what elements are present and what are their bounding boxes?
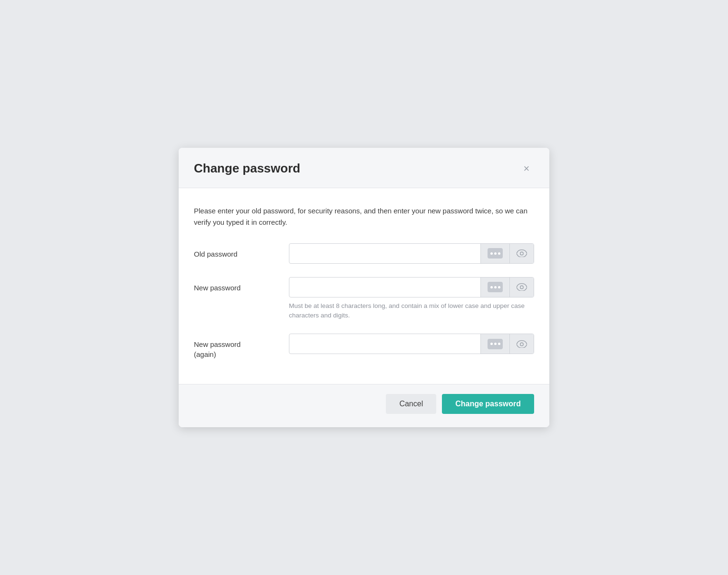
new-password-again-label: New password(again) xyxy=(194,334,289,359)
dialog-header: Change password × xyxy=(179,148,549,188)
new-password-field-wrapper: Must be at least 8 characters long, and … xyxy=(289,277,534,321)
eye-icon-3 xyxy=(517,340,527,348)
new-password-again-row: New password(again) xyxy=(194,334,534,359)
dialog-body: Please enter your old password, for secu… xyxy=(179,188,549,384)
old-password-row: Old password xyxy=(194,243,534,264)
new-password-again-field-wrapper xyxy=(289,334,534,354)
new-password-toggle-button[interactable] xyxy=(509,278,534,297)
old-password-label: Old password xyxy=(194,243,289,259)
old-password-toggle-button[interactable] xyxy=(509,244,534,263)
change-password-dialog: Change password × Please enter your old … xyxy=(179,148,549,428)
new-password-dots-button[interactable] xyxy=(480,278,509,297)
dots-box-icon xyxy=(488,248,503,259)
eye-icon-2 xyxy=(517,283,527,291)
svg-point-1 xyxy=(520,286,523,289)
cancel-button[interactable]: Cancel xyxy=(386,394,436,414)
svg-point-0 xyxy=(520,252,523,255)
submit-button[interactable]: Change password xyxy=(442,394,534,414)
dialog-footer: Cancel Change password xyxy=(179,384,549,427)
dots-box-icon-2 xyxy=(488,282,503,292)
new-password-again-input[interactable] xyxy=(289,334,480,354)
new-password-label: New password xyxy=(194,277,289,293)
new-password-hint: Must be at least 8 characters long, and … xyxy=(289,301,534,321)
svg-point-2 xyxy=(520,343,523,345)
description-text: Please enter your old password, for secu… xyxy=(194,205,534,228)
new-password-input-row xyxy=(289,277,534,297)
dots-box-icon-3 xyxy=(488,339,503,349)
new-password-again-toggle-button[interactable] xyxy=(509,334,534,354)
eye-icon xyxy=(517,249,527,257)
new-password-again-dots-button[interactable] xyxy=(480,334,509,354)
old-password-input-row xyxy=(289,243,534,264)
old-password-dots-button[interactable] xyxy=(480,244,509,263)
close-button[interactable]: × xyxy=(519,161,534,176)
dialog-title: Change password xyxy=(194,161,300,176)
dialog-overlay: Change password × Please enter your old … xyxy=(0,0,728,575)
new-password-input[interactable] xyxy=(289,278,480,297)
new-password-row: New password xyxy=(194,277,534,321)
close-icon: × xyxy=(524,163,530,175)
old-password-field-wrapper xyxy=(289,243,534,264)
new-password-again-input-row xyxy=(289,334,534,354)
old-password-input[interactable] xyxy=(289,244,480,263)
